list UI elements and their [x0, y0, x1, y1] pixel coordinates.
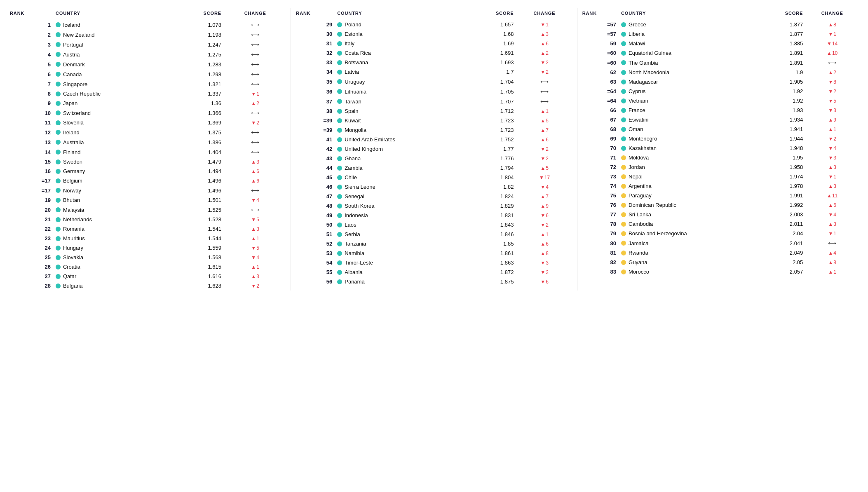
rank-cell: 35 [294, 77, 335, 87]
up-arrow-icon: ▲ [540, 137, 545, 143]
change-value: 2 [546, 146, 549, 152]
country-name: Japan [63, 100, 77, 106]
rank-cell: 10 [8, 108, 54, 118]
score-cell: 1.95 [761, 153, 807, 162]
country-name: South Korea [345, 203, 374, 209]
country-dot-icon [621, 80, 626, 84]
neutral-arrow-icon: ⟷ [251, 41, 259, 48]
down-arrow-icon: ▼ [540, 184, 545, 190]
country-dot-icon [337, 156, 342, 161]
rank-cell: 47 [294, 192, 335, 201]
change-value: 1 [833, 31, 836, 37]
country-name: Rwanda [629, 250, 648, 256]
neutral-arrow-icon: ⟷ [251, 31, 259, 38]
score-cell: 1.752 [469, 135, 517, 144]
country-name: Finland [63, 149, 81, 155]
change-cell: ▼1 [517, 20, 573, 29]
table-row: =64Cyprus1.92▼2 [581, 87, 860, 96]
table-row: =57Greece1.877▲8 [581, 20, 860, 29]
rank-cell: 59 [581, 39, 619, 48]
country-dot-icon [621, 136, 626, 141]
change-value: 2 [546, 222, 549, 228]
country-cell: Dominican Republic [619, 200, 761, 210]
country-name: Ghana [345, 155, 361, 162]
change-cell: ▲3 [806, 181, 860, 191]
neutral-arrow-icon: ⟷ [251, 81, 259, 87]
country-cell: Portugal [54, 40, 171, 49]
change-cell: ▲6 [517, 239, 573, 248]
rank-cell: 20 [8, 205, 54, 215]
score-cell: 2.057 [761, 267, 807, 276]
change-value: 4 [833, 212, 836, 218]
score-cell: 1.479 [171, 157, 225, 166]
country-name: Estonia [345, 31, 362, 37]
change-value: 8 [833, 79, 836, 85]
country-name: Zambia [345, 165, 362, 171]
rank-cell: 83 [581, 267, 619, 276]
country-dot-icon [621, 269, 626, 274]
rank-cell: 68 [581, 124, 619, 134]
country-cell: The Gambia [619, 58, 761, 68]
change-cell: ▲9 [517, 201, 573, 211]
score-cell: 1.93 [761, 105, 807, 115]
score-cell: 1.69 [469, 39, 517, 48]
down-arrow-icon: ▼ [251, 255, 256, 260]
table-row: 2New Zealand1.198⟷ [8, 30, 287, 40]
score-cell: 2.05 [761, 258, 807, 267]
change-cell: ▲6 [225, 176, 287, 185]
change-value: 6 [256, 178, 259, 184]
score-cell: 1.404 [171, 147, 225, 157]
table-row: 50Laos1.843▼2 [294, 220, 573, 230]
change-cell: ▼2 [517, 67, 573, 77]
country-cell: Latvia [335, 67, 469, 77]
table-row: 10Switzerland1.366⟷ [8, 108, 287, 118]
score-cell: 1.92 [761, 96, 807, 105]
up-arrow-icon: ▲ [540, 241, 545, 247]
change-value: 1 [256, 91, 259, 97]
change-value: 2 [833, 89, 836, 94]
rank-cell: 74 [581, 181, 619, 191]
country-name: Kazakhstan [629, 145, 657, 151]
change-cell: ▼2 [806, 87, 860, 96]
country-dot-icon [56, 265, 61, 269]
table-row: 82Guyana2.05▲8 [581, 258, 860, 267]
change-cell: ▲6 [517, 39, 573, 48]
change-cell: ▼6 [517, 277, 573, 286]
country-name: Albania [345, 269, 362, 275]
change-value: 3 [833, 155, 836, 161]
score-cell: 1.496 [171, 176, 225, 185]
change-value: 2 [546, 69, 549, 75]
header-change: CHANGE [517, 8, 573, 20]
country-name: Senegal [345, 193, 364, 199]
down-arrow-icon: ▼ [540, 269, 545, 275]
country-dot-icon [56, 236, 61, 241]
country-dot-icon [621, 108, 626, 113]
change-cell: ▼3 [806, 105, 860, 115]
score-cell: 2.041 [761, 238, 807, 248]
down-arrow-icon: ▼ [828, 174, 833, 180]
change-cell: ⟷ [225, 20, 287, 30]
country-dot-icon [621, 89, 626, 94]
change-cell: ▲8 [806, 258, 860, 267]
country-cell: Finland [54, 147, 171, 157]
country-cell: Sierra Leone [335, 182, 469, 192]
table-row: 49Indonesia1.831▼6 [294, 211, 573, 220]
score-cell: 1.283 [171, 59, 225, 69]
change-cell: ▲5 [517, 116, 573, 125]
score-cell: 1.992 [761, 200, 807, 210]
down-arrow-icon: ▼ [828, 98, 833, 104]
country-dot-icon [56, 255, 61, 260]
rank-cell: 19 [8, 195, 54, 205]
table-row: =39Mongolia1.723▲7 [294, 125, 573, 135]
country-cell: Greece [619, 20, 761, 29]
change-cell: ▼6 [517, 211, 573, 220]
table-row: 26Croatia1.615▲1 [8, 262, 287, 272]
change-value: 2 [546, 269, 549, 275]
table-row: 30Estonia1.68▲3 [294, 29, 573, 39]
country-name: Sierra Leone [345, 184, 375, 190]
change-value: 1 [256, 264, 259, 270]
table-row: =60The Gambia1.891⟷ [581, 58, 860, 68]
table-row: 22Romania1.541▲3 [8, 224, 287, 234]
down-arrow-icon: ▼ [251, 197, 256, 203]
score-cell: 1.92 [761, 87, 807, 96]
